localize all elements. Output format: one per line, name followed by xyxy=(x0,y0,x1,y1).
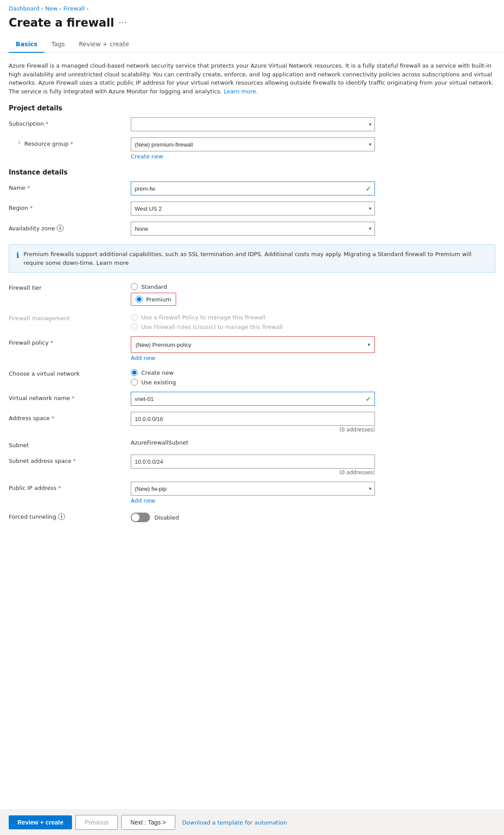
firewall-tier-standard-radio[interactable] xyxy=(131,283,138,290)
info-banner-icon: ℹ xyxy=(16,250,19,260)
subscription-required: * xyxy=(46,120,49,127)
breadcrumb-sep-2: › xyxy=(59,5,61,12)
virtual-network-name-required: * xyxy=(72,395,75,401)
subnet-address-space-control: (0 addresses) xyxy=(131,455,375,476)
resource-group-label: └ Resource group * xyxy=(9,137,131,147)
virtual-network-create-new-radio[interactable] xyxy=(131,369,138,376)
page-options-ellipsis[interactable]: ··· xyxy=(119,17,127,28)
address-space-required: * xyxy=(51,415,54,421)
firewall-tier-premium-radio[interactable] xyxy=(136,296,143,303)
breadcrumb-new[interactable]: New xyxy=(45,5,58,12)
instance-details-title: Instance details xyxy=(9,168,495,176)
region-label: Region * xyxy=(9,202,131,211)
name-row: Name * ✓ xyxy=(9,181,495,195)
firewall-management-policy[interactable]: Use a Firewall Policy to manage this fir… xyxy=(131,314,375,321)
subnet-address-space-input[interactable] xyxy=(131,455,375,469)
forced-tunneling-control: Disabled xyxy=(131,510,375,522)
public-ip-row: Public IP address * (New) fw-pip ▾ Add n… xyxy=(9,482,495,504)
subnet-static-text: AzureFirewallSubnet xyxy=(131,436,188,446)
firewall-policy-select-wrapper: (New) Premium-policy ▾ xyxy=(132,338,374,352)
page-title: Create a firewall xyxy=(9,16,114,29)
tab-review-create[interactable]: Review + create xyxy=(72,36,136,53)
region-control: West US 2 ▾ xyxy=(131,202,375,216)
firewall-policy-control: (New) Premium-policy ▾ Add new xyxy=(131,336,375,361)
resource-group-select-wrapper: (New) premium-firewall ▾ xyxy=(131,137,375,151)
breadcrumb-firewall: Firewall xyxy=(63,5,85,12)
firewall-tier-radio-group: Standard Premium xyxy=(131,281,375,306)
forced-tunneling-toggle[interactable] xyxy=(131,513,150,522)
availability-zone-control: None ▾ xyxy=(131,222,375,236)
create-new-resource-group-link[interactable]: Create new xyxy=(131,153,163,160)
breadcrumb-sep-3: › xyxy=(86,5,89,12)
tab-basics[interactable]: Basics xyxy=(9,36,44,53)
availability-zone-row: Availability zone i None ▾ xyxy=(9,222,495,236)
name-input[interactable] xyxy=(131,181,375,195)
public-ip-select-wrapper: (New) fw-pip ▾ xyxy=(131,482,375,496)
firewall-tier-premium[interactable]: Premium xyxy=(131,293,176,306)
firewall-policy-highlighted-border: (New) Premium-policy ▾ xyxy=(131,336,375,353)
address-space-row: Address space * (0 addresses) xyxy=(9,412,495,433)
subscription-select[interactable] xyxy=(131,117,375,131)
region-select[interactable]: West US 2 xyxy=(131,202,375,216)
virtual-network-create-new[interactable]: Create new xyxy=(131,369,375,376)
name-control: ✓ xyxy=(131,181,375,195)
address-space-input[interactable] xyxy=(131,412,375,426)
firewall-tier-row: Firewall tier Standard Premium xyxy=(9,281,495,306)
address-space-label: Address space * xyxy=(9,412,131,421)
firewall-policy-required: * xyxy=(50,339,53,346)
region-row: Region * West US 2 ▾ xyxy=(9,202,495,216)
firewall-management-rules-radio[interactable] xyxy=(131,323,138,330)
firewall-management-row: Firewall management Use a Firewall Polic… xyxy=(9,312,495,330)
forced-tunneling-info-icon[interactable]: i xyxy=(58,513,65,520)
tab-tags[interactable]: Tags xyxy=(44,36,72,53)
availability-zone-select[interactable]: None xyxy=(131,222,375,236)
firewall-policy-label: Firewall policy * xyxy=(9,336,131,346)
virtual-network-row: Choose a virtual network Create new Use … xyxy=(9,367,495,386)
virtual-network-control: Create new Use existing xyxy=(131,367,375,386)
name-label: Name * xyxy=(9,181,131,191)
firewall-tier-control: Standard Premium xyxy=(131,281,375,306)
resource-group-select[interactable]: (New) premium-firewall xyxy=(131,137,375,151)
virtual-network-use-existing[interactable]: Use existing xyxy=(131,379,375,386)
availability-zone-label: Availability zone i xyxy=(9,222,131,232)
main-content: Azure Firewall is a managed cloud-based … xyxy=(0,53,504,563)
virtual-network-name-control: ✓ xyxy=(131,392,375,406)
info-banner-text: Premium firewalls support additional cap… xyxy=(24,250,488,267)
firewall-tier-standard[interactable]: Standard xyxy=(131,283,375,290)
resource-group-control: (New) premium-firewall ▾ Create new xyxy=(131,137,375,160)
info-banner: ℹ Premium firewalls support additional c… xyxy=(9,244,495,273)
breadcrumb: Dashboard › New › Firewall › xyxy=(0,0,504,14)
availability-zone-select-wrapper: None ▾ xyxy=(131,222,375,236)
subnet-address-space-required: * xyxy=(73,458,76,464)
firewall-tier-label: Firewall tier xyxy=(9,281,131,291)
public-ip-label: Public IP address * xyxy=(9,482,131,491)
virtual-network-use-existing-radio[interactable] xyxy=(131,379,138,386)
add-new-firewall-policy-link[interactable]: Add new xyxy=(131,355,155,361)
subscription-label: Subscription * xyxy=(9,117,131,127)
tabs-container: Basics Tags Review + create xyxy=(0,36,504,53)
public-ip-select[interactable]: (New) fw-pip xyxy=(131,482,375,496)
breadcrumb-dashboard[interactable]: Dashboard xyxy=(9,5,40,12)
add-new-public-ip-link[interactable]: Add new xyxy=(131,497,155,504)
name-input-wrapper: ✓ xyxy=(131,181,375,195)
firewall-management-control: Use a Firewall Policy to manage this fir… xyxy=(131,312,375,330)
subnet-address-space-label: Subnet address space * xyxy=(9,455,131,464)
firewall-management-policy-radio[interactable] xyxy=(131,314,138,321)
learn-more-link[interactable]: Learn more. xyxy=(224,88,258,95)
firewall-policy-row: Firewall policy * (New) Premium-policy ▾… xyxy=(9,336,495,361)
firewall-management-rules[interactable]: Use Firewall rules (classic) to manage t… xyxy=(131,323,375,330)
subnet-row: Subnet AzureFirewallSubnet xyxy=(9,439,495,448)
resource-group-row: └ Resource group * (New) premium-firewal… xyxy=(9,137,495,160)
subnet-label: Subnet xyxy=(9,439,131,448)
address-space-control: (0 addresses) xyxy=(131,412,375,433)
virtual-network-name-input[interactable] xyxy=(131,392,375,406)
subnet-address-space-info: (0 addresses) xyxy=(131,469,375,476)
subscription-select-wrapper: ▾ xyxy=(131,117,375,131)
address-space-info: (0 addresses) xyxy=(131,427,375,433)
virtual-network-name-check-icon: ✓ xyxy=(366,395,371,403)
availability-zone-info-icon[interactable]: i xyxy=(57,225,64,232)
virtual-network-name-input-wrapper: ✓ xyxy=(131,392,375,406)
firewall-policy-select[interactable]: (New) Premium-policy xyxy=(132,338,374,352)
breadcrumb-sep-1: › xyxy=(41,5,44,12)
description-text: Azure Firewall is a managed cloud-based … xyxy=(9,62,495,96)
